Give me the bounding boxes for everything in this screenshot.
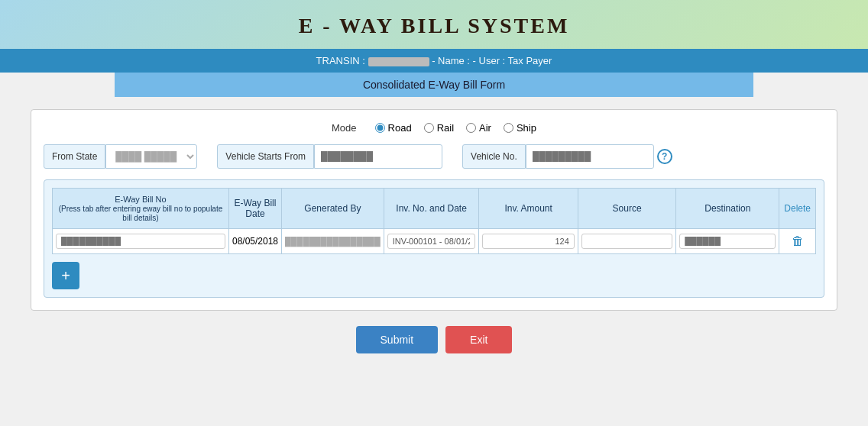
form-title: Consolidated E-Way Bill Form xyxy=(115,73,753,97)
mode-air-radio[interactable] xyxy=(466,123,476,133)
mode-row: Mode Road Rail Air Ship xyxy=(44,122,824,134)
th-eway-bill-no: E-Way Bill No(Press tab after entering e… xyxy=(53,189,229,229)
mode-rail-label: Rail xyxy=(437,122,454,134)
mode-air[interactable]: Air xyxy=(466,122,491,134)
th-destination: Destination xyxy=(676,189,779,229)
td-delete: 🗑 xyxy=(779,229,816,254)
app-title: E - WAY BILL SYSTEM xyxy=(0,14,868,38)
table-header-row: E-Way Bill No(Press tab after entering e… xyxy=(53,189,816,229)
destination-input[interactable] xyxy=(679,234,776,249)
add-row-button[interactable]: + xyxy=(52,262,79,289)
inv-amount-input[interactable] xyxy=(482,234,574,249)
source-input[interactable] xyxy=(581,234,672,249)
from-state-group: From State ████ █████ xyxy=(44,144,197,169)
eway-bill-no-input[interactable] xyxy=(56,234,225,249)
mode-ship-radio[interactable] xyxy=(504,123,513,133)
th-inv-no-date: Inv. No. and Date xyxy=(384,189,479,229)
transin-value xyxy=(368,57,429,66)
th-eway-bill-date: E-Way BillDate xyxy=(228,189,281,229)
mode-ship-label: Ship xyxy=(517,122,536,134)
nav-bar: TRANSIN : - Name : - User : Tax Payer xyxy=(0,49,868,73)
vehicle-no-input[interactable] xyxy=(526,144,654,169)
field-row: From State ████ █████ Vehicle Starts Fro… xyxy=(44,144,824,169)
td-inv-no-date xyxy=(384,229,479,254)
table-section: E-Way Bill No(Press tab after entering e… xyxy=(44,179,824,298)
eway-bill-date-value: 08/05/2018 xyxy=(232,236,278,247)
vehicle-starts-from-group: Vehicle Starts From xyxy=(217,144,442,169)
nav-user-type: Tax Payer xyxy=(508,55,552,66)
td-eway-bill-date: 08/05/2018 xyxy=(228,229,281,254)
mode-radio-group: Road Rail Air Ship xyxy=(375,122,536,134)
vehicle-starts-from-label: Vehicle Starts From xyxy=(217,144,314,169)
mode-road[interactable]: Road xyxy=(375,122,412,134)
vehicle-starts-from-input[interactable] xyxy=(314,144,442,169)
help-icon[interactable]: ? xyxy=(657,149,672,164)
delete-icon[interactable]: 🗑 xyxy=(792,234,804,247)
th-generated-by: Generated By xyxy=(282,189,384,229)
th-delete: Delete xyxy=(779,189,816,229)
vehicle-no-label: Vehicle No. xyxy=(462,144,526,169)
td-inv-amount xyxy=(479,229,578,254)
th-inv-amount: Inv. Amount xyxy=(479,189,578,229)
td-eway-bill-no xyxy=(53,229,229,254)
vehicle-no-group: Vehicle No. ? xyxy=(462,144,672,169)
mode-rail-radio[interactable] xyxy=(424,123,434,133)
mode-road-radio[interactable] xyxy=(375,123,385,133)
eway-table: E-Way Bill No(Press tab after entering e… xyxy=(52,188,816,254)
mode-ship[interactable]: Ship xyxy=(504,122,536,134)
main-content: Mode Road Rail Air Ship xyxy=(0,97,868,381)
inv-no-date-input[interactable] xyxy=(387,234,476,249)
footer-buttons: Submit Exit xyxy=(31,326,837,369)
submit-button[interactable]: Submit xyxy=(356,326,439,353)
mode-air-label: Air xyxy=(479,122,491,134)
generated-by-value: ████████████████ xyxy=(285,237,381,246)
td-generated-by: ████████████████ xyxy=(282,229,384,254)
td-destination xyxy=(676,229,779,254)
from-state-select[interactable]: ████ █████ xyxy=(105,144,197,169)
mode-label: Mode xyxy=(332,122,357,134)
transin-label: TRANSIN : xyxy=(316,55,365,66)
from-state-label: From State xyxy=(44,144,105,169)
nav-name-label: - Name : - User : xyxy=(432,55,505,66)
exit-button[interactable]: Exit xyxy=(445,326,512,353)
table-row: 08/05/2018 ████████████████ xyxy=(53,229,816,254)
header-banner: E - WAY BILL SYSTEM xyxy=(0,0,868,49)
mode-road-label: Road xyxy=(388,122,412,134)
form-card: Mode Road Rail Air Ship xyxy=(31,109,837,311)
th-source: Source xyxy=(578,189,675,229)
mode-rail[interactable]: Rail xyxy=(424,122,454,134)
td-source xyxy=(578,229,675,254)
